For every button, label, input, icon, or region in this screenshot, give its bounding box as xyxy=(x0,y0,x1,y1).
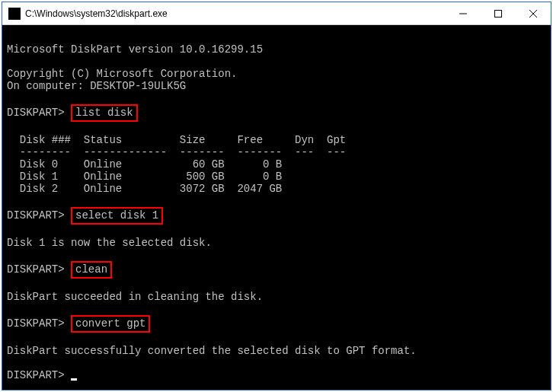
prompt-line-2: DISKPART> select disk 1 xyxy=(7,207,546,225)
prompt: DISKPART> xyxy=(7,369,65,381)
cmd-convert-gpt: convert gpt xyxy=(71,315,150,333)
svg-rect-1 xyxy=(495,10,502,17)
cmd-clean: clean xyxy=(71,261,112,279)
msg-convert: DiskPart successfully converted the sele… xyxy=(7,345,546,357)
blank-line xyxy=(7,56,546,68)
prompt: DISKPART> xyxy=(7,107,65,119)
msg-select: Disk 1 is now the selected disk. xyxy=(7,237,546,249)
window-controls xyxy=(446,2,551,24)
table-row: Disk 2 Online 3072 GB 2047 GB xyxy=(7,183,546,195)
window-title: C:\Windows\system32\diskpart.exe xyxy=(25,8,446,19)
diskpart-window: C:\Windows\system32\diskpart.exe Microso… xyxy=(2,2,551,390)
blank-line xyxy=(7,279,546,291)
prompt: DISKPART> xyxy=(7,263,65,276)
prompt-line-current[interactable]: DISKPART> xyxy=(7,369,546,381)
maximize-button[interactable] xyxy=(481,2,516,24)
table-row: Disk 1 Online 500 GB 0 B xyxy=(7,171,546,183)
prompt-line-4: DISKPART> convert gpt xyxy=(7,315,546,333)
cmd-select-disk: select disk 1 xyxy=(71,207,163,225)
cursor xyxy=(71,378,77,381)
table-separator: -------- ------------- ------- ------- -… xyxy=(7,146,546,158)
close-button[interactable] xyxy=(516,2,551,24)
blank-line xyxy=(7,195,546,207)
prompt-line-3: DISKPART> clean xyxy=(7,261,546,279)
close-icon xyxy=(529,10,537,18)
blank-line xyxy=(7,225,546,237)
maximize-icon xyxy=(494,10,502,18)
app-icon xyxy=(8,8,21,20)
blank-line xyxy=(7,122,546,134)
console-output[interactable]: Microsoft DiskPart version 10.0.16299.15… xyxy=(2,25,551,390)
table-row: Disk 0 Online 60 GB 0 B xyxy=(7,158,546,171)
blank-line xyxy=(7,249,546,261)
computer-line: On computer: DESKTOP-19ULK5G xyxy=(7,80,546,92)
blank-line xyxy=(7,92,546,104)
blank-line xyxy=(7,303,546,315)
minimize-button[interactable] xyxy=(446,2,481,24)
blank-line xyxy=(7,31,546,43)
blank-line xyxy=(7,357,546,369)
blank-line xyxy=(7,333,546,345)
prompt-line-1: DISKPART> list disk xyxy=(7,104,546,122)
titlebar[interactable]: C:\Windows\system32\diskpart.exe xyxy=(2,2,551,25)
cmd-list-disk: list disk xyxy=(71,104,138,122)
copyright-line: Copyright (C) Microsoft Corporation. xyxy=(7,68,546,80)
minimize-icon xyxy=(459,10,467,18)
table-header: Disk ### Status Size Free Dyn Gpt xyxy=(7,134,546,146)
prompt: DISKPART> xyxy=(7,209,65,221)
msg-clean: DiskPart succeeded in cleaning the disk. xyxy=(7,291,546,303)
prompt: DISKPART> xyxy=(7,317,65,330)
version-line: Microsoft DiskPart version 10.0.16299.15 xyxy=(7,43,546,56)
